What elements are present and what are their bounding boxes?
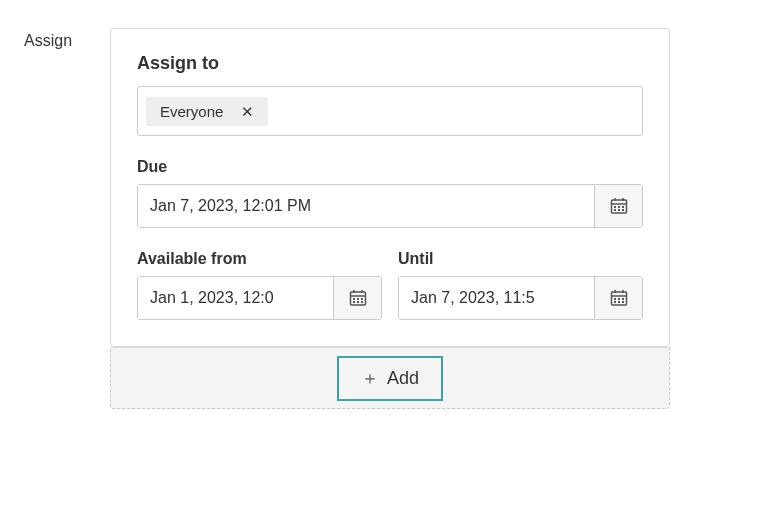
- due-calendar-button[interactable]: [594, 185, 642, 227]
- due-field: [137, 184, 643, 228]
- assign-to-token: Everyone ✕: [146, 97, 268, 126]
- add-button-label: Add: [387, 368, 419, 389]
- svg-rect-16: [361, 298, 363, 300]
- calendar-icon: [609, 196, 629, 216]
- svg-rect-9: [622, 209, 624, 211]
- available-from-calendar-button[interactable]: [333, 277, 381, 319]
- until-calendar-button[interactable]: [594, 277, 642, 319]
- svg-rect-27: [614, 301, 616, 303]
- svg-rect-15: [357, 298, 359, 300]
- plus-icon: ＋: [361, 369, 379, 387]
- available-from-field: [137, 276, 382, 320]
- svg-rect-28: [618, 301, 620, 303]
- add-bar: ＋ Add: [110, 347, 670, 409]
- svg-rect-17: [353, 301, 355, 303]
- svg-rect-8: [618, 209, 620, 211]
- svg-rect-5: [618, 206, 620, 208]
- section-label: Assign: [24, 28, 110, 409]
- remove-token-icon[interactable]: ✕: [241, 104, 254, 119]
- until-input[interactable]: [399, 277, 594, 319]
- svg-rect-6: [622, 206, 624, 208]
- svg-rect-14: [353, 298, 355, 300]
- svg-rect-24: [614, 298, 616, 300]
- svg-rect-26: [622, 298, 624, 300]
- assign-to-input[interactable]: Everyone ✕: [137, 86, 643, 136]
- due-label: Due: [137, 158, 643, 176]
- due-input[interactable]: [138, 185, 594, 227]
- available-from-label: Available from: [137, 250, 382, 268]
- svg-rect-19: [361, 301, 363, 303]
- assign-card: Assign to Everyone ✕ Due: [110, 28, 670, 347]
- svg-rect-7: [614, 209, 616, 211]
- until-field: [398, 276, 643, 320]
- available-from-input[interactable]: [138, 277, 333, 319]
- svg-rect-25: [618, 298, 620, 300]
- add-button[interactable]: ＋ Add: [337, 356, 443, 401]
- svg-rect-4: [614, 206, 616, 208]
- until-label: Until: [398, 250, 643, 268]
- svg-rect-18: [357, 301, 359, 303]
- assign-to-token-label: Everyone: [160, 103, 223, 120]
- assign-card-wrap: Assign to Everyone ✕ Due: [110, 28, 670, 409]
- calendar-icon: [609, 288, 629, 308]
- calendar-icon: [348, 288, 368, 308]
- assign-to-label: Assign to: [137, 53, 643, 74]
- svg-rect-29: [622, 301, 624, 303]
